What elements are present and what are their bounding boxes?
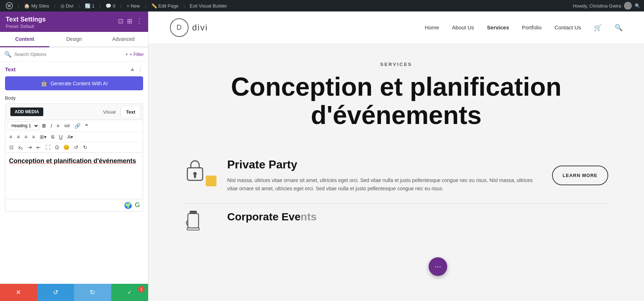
pencil-icon: ✏️	[151, 3, 157, 9]
comments-button[interactable]: 🔄 1	[83, 3, 97, 9]
subscript-button[interactable]: x₂	[16, 144, 25, 151]
undo-editor-button[interactable]: ↺	[72, 144, 80, 151]
service-icon-corporate	[184, 211, 216, 235]
align-left-button[interactable]: ≡	[8, 133, 14, 140]
tab-visual[interactable]: Visual	[98, 107, 121, 117]
heading-select[interactable]: Heading 1	[8, 121, 39, 130]
divi-button[interactable]: ◎ Divi	[58, 3, 76, 9]
link-button[interactable]: 🔗	[73, 122, 82, 129]
add-media-button[interactable]: ADD MEDIA	[10, 108, 43, 116]
corporate-title: Corporate Events	[227, 211, 317, 223]
redo-button[interactable]: ↻	[74, 284, 111, 301]
fab-dots-icon: ···	[435, 262, 441, 271]
content-preview[interactable]: Conception et planification d'événements	[5, 153, 143, 199]
table-button[interactable]: ⊞▾	[38, 133, 48, 140]
more-options-icon[interactable]: ⋮	[137, 66, 143, 73]
svg-point-3	[193, 172, 197, 176]
ordered-list-button[interactable]: ≡#	[62, 122, 72, 129]
learn-more-button[interactable]: LEARN MORE	[552, 166, 608, 185]
indent-button[interactable]: ⇥	[26, 144, 34, 151]
search-options-input[interactable]	[14, 52, 122, 57]
italic-button[interactable]: I	[49, 122, 54, 129]
preview-heading: Conception et planification d'événements	[9, 157, 139, 165]
wp-logo-button[interactable]: W	[4, 1, 15, 10]
unordered-list-button[interactable]: ≡	[55, 122, 61, 129]
logo-name: divi	[192, 23, 208, 33]
fullscreen-editor-button[interactable]: ⛶	[44, 144, 52, 151]
cart-icon[interactable]: 🛒	[594, 24, 602, 32]
tab-content[interactable]: Content	[0, 32, 49, 47]
preview-bottom-bar: 🌍 G	[5, 199, 143, 212]
align-right-button[interactable]: ≡	[23, 133, 29, 140]
howdy-text: Howdy, Christina Gwira	[573, 3, 621, 9]
site-logo: D divi	[170, 18, 208, 37]
strikethrough-button[interactable]: S	[49, 133, 56, 140]
section-title: Text	[5, 66, 16, 72]
emoji-button[interactable]: 😊	[62, 144, 71, 151]
search-options-bar: 🔍 + + Filter	[0, 47, 148, 62]
site-preview: D divi Home About Us Services Portfolio …	[148, 11, 644, 301]
service-item-corporate: Corporate Events	[184, 204, 608, 235]
special-char-button[interactable]: Ω	[53, 144, 60, 151]
tab-design[interactable]: Design	[49, 32, 99, 47]
text-settings-panel: Text Settings Preset: Default ⊡ ⊞ ⋮ Cont…	[0, 11, 148, 301]
service-item-private-party: Private Party Nisl massa, ultrices vitae…	[184, 147, 608, 204]
outdent-button[interactable]: ⇤	[35, 144, 43, 151]
wp-admin-bar: W | 🏠 My Sites | ◎ Divi | 🔄 1 | 💬 0 | + …	[0, 0, 644, 11]
toolbar-row-3: ⊡ x₂ ⇥ ⇤ ⛶ Ω 😊 ↺ ↻	[5, 142, 143, 152]
align-center-button[interactable]: ≡	[15, 133, 21, 140]
nav-about[interactable]: About Us	[452, 24, 474, 30]
layout-icon[interactable]: ⊞	[127, 17, 132, 25]
yellow-square-decoration	[206, 176, 216, 186]
search-nav-icon[interactable]: 🔍	[615, 24, 623, 32]
search-icon: 🔍	[4, 51, 11, 58]
redo-editor-button[interactable]: ↻	[81, 144, 89, 151]
edit-page-button[interactable]: ✏️ Edit Page	[149, 3, 181, 9]
toolbar-row-1: Heading 1 B I ≡ ≡# 🔗 ❝	[5, 120, 143, 132]
panel-header: Text Settings Preset: Default ⊡ ⊞ ⋮	[0, 11, 148, 32]
new-button[interactable]: + New	[125, 3, 142, 9]
ai-generate-button[interactable]: 🤖 Generate Content With AI	[5, 76, 143, 90]
nav-contact[interactable]: Contact Us	[555, 24, 581, 30]
editor-toolbar: ADD MEDIA Visual Text Heading 1 B I ≡ ≡#	[5, 104, 143, 153]
tab-advanced[interactable]: Advanced	[99, 32, 148, 47]
nav-services[interactable]: Services	[487, 24, 509, 30]
my-sites-button[interactable]: 🏠 My Sites	[22, 3, 51, 9]
more-icon[interactable]: ⋮	[136, 17, 142, 25]
undo-button[interactable]: ↺	[37, 284, 74, 301]
grammarly-icon[interactable]: G	[135, 201, 140, 209]
bold-button[interactable]: B	[40, 122, 48, 129]
svg-rect-6	[188, 214, 199, 228]
text-color-button[interactable]: A▾	[65, 133, 75, 140]
nav-home[interactable]: Home	[425, 24, 439, 30]
nav-links: Home About Us Services Portfolio Contact…	[425, 24, 623, 32]
site-content: SERVICES Conception et planification d'é…	[148, 44, 644, 301]
panel-preset: Preset: Default	[6, 24, 46, 29]
site-nav: D divi Home About Us Services Portfolio …	[148, 11, 644, 44]
filter-button[interactable]: + + Filter	[125, 52, 144, 57]
update-icon: 🔄	[85, 3, 91, 9]
collapse-icon[interactable]: ▲	[130, 66, 135, 73]
nav-portfolio[interactable]: Portfolio	[522, 24, 542, 30]
fab-button[interactable]: ···	[429, 257, 447, 276]
paste-plain-button[interactable]: ⊡	[8, 144, 15, 151]
justify-button[interactable]: ≡	[30, 133, 37, 140]
svg-text:W: W	[8, 4, 11, 8]
grammar-icon[interactable]: 🌍	[124, 201, 132, 209]
save-badge: 1	[138, 286, 145, 292]
underline-button[interactable]: U	[57, 133, 64, 140]
search-icon[interactable]: 🔍	[635, 3, 640, 9]
cancel-button[interactable]: ✕	[0, 284, 37, 301]
service-text-corporate: Corporate Events	[227, 211, 317, 223]
text-section-header: Text ▲ ⋮	[5, 66, 143, 73]
tab-text[interactable]: Text	[121, 107, 141, 117]
blockquote-button[interactable]: ❝	[83, 122, 90, 129]
comment-count-button[interactable]: 💬 0	[103, 3, 117, 9]
service-icon-lock	[184, 158, 216, 185]
service-text-private-party: Private Party Nisl massa, ultrices vitae…	[227, 158, 541, 192]
svg-rect-7	[187, 228, 199, 230]
exit-builder-button[interactable]: Exit Visual Builder	[187, 3, 229, 9]
fullscreen-icon[interactable]: ⊡	[118, 17, 123, 25]
save-button[interactable]: ✓ 1	[111, 284, 148, 301]
body-label: Body	[5, 95, 143, 101]
